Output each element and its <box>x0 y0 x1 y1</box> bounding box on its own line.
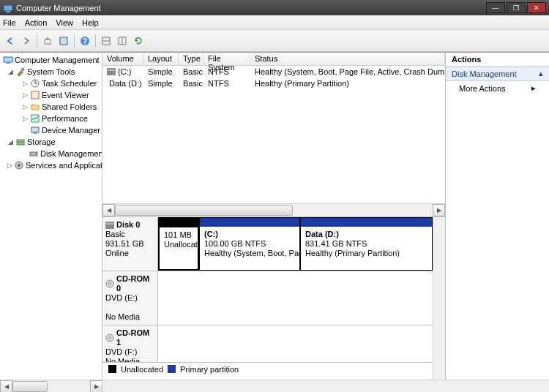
properties-button[interactable] <box>56 34 71 48</box>
svg-rect-0 <box>4 5 12 11</box>
clock-icon <box>30 78 40 88</box>
titlebar[interactable]: Computer Management — ❐ ✕ <box>0 0 549 15</box>
disk-row[interactable]: CD-ROM 1 DVD (F:) No Media <box>102 325 433 362</box>
expand-icon[interactable]: ◢ <box>7 138 14 146</box>
menu-help[interactable]: Help <box>82 18 99 27</box>
collapse-icon[interactable]: ▴ <box>539 69 543 78</box>
device-icon <box>30 125 40 135</box>
actions-header: Actions <box>446 53 549 67</box>
volume-row[interactable]: (C:) Simple Basic NTFS Healthy (System, … <box>102 66 445 78</box>
perf-icon <box>30 113 40 124</box>
disk-info[interactable]: CD-ROM 1 DVD (F:) No Media <box>102 325 158 362</box>
help-button[interactable]: ? <box>78 34 92 48</box>
svg-point-25 <box>109 283 111 285</box>
folder-icon <box>30 102 40 112</box>
event-icon <box>30 90 40 100</box>
disk-row[interactable]: Disk 0 Basic 931.51 GB Online 101 MBUnal… <box>102 217 433 271</box>
scroll-right-icon[interactable]: ▶ <box>433 204 445 216</box>
svg-point-27 <box>109 337 111 339</box>
disk-info[interactable]: Disk 0 Basic 931.51 GB Online <box>102 217 158 271</box>
navigation-tree[interactable]: Computer Management (Local) ◢ System Too… <box>0 53 102 380</box>
svg-rect-2 <box>45 39 51 44</box>
tree-system-tools[interactable]: ◢ System Tools <box>1 66 100 78</box>
main-panel: Volume Layout Type File System Status (C… <box>102 53 445 380</box>
col-type[interactable]: Type <box>179 53 203 65</box>
svg-rect-16 <box>31 127 39 132</box>
maximize-button[interactable]: ❐ <box>507 2 526 13</box>
svg-rect-1 <box>6 11 10 12</box>
storage-icon <box>15 137 26 147</box>
tree-event-viewer[interactable]: ▷Event Viewer <box>1 89 100 101</box>
svg-text:?: ? <box>83 37 87 45</box>
scroll-right-icon[interactable]: ▶ <box>90 380 102 393</box>
disk-graphical-view[interactable]: Disk 0 Basic 931.51 GB Online 101 MBUnal… <box>102 217 445 380</box>
partition-c[interactable]: (C:)100.00 GB NTFSHealthy (System, Boot,… <box>199 217 300 271</box>
legend: Unallocated Primary partition <box>102 362 433 375</box>
svg-rect-11 <box>6 62 10 64</box>
refresh-button[interactable] <box>131 34 146 48</box>
legend-swatch-unallocated <box>108 365 116 373</box>
partition-d[interactable]: Data (D:)831.41 GB NTFSHealthy (Primary … <box>300 217 433 271</box>
computer-management-window: Computer Management — ❐ ✕ File Action Vi… <box>0 0 549 392</box>
scroll-left-icon[interactable]: ◀ <box>0 380 12 393</box>
svg-rect-18 <box>17 140 24 142</box>
tree-device-manager[interactable]: ▷Device Manager <box>1 124 100 136</box>
back-button[interactable] <box>3 34 18 48</box>
cd-icon <box>105 279 114 288</box>
expand-icon[interactable]: ▷ <box>22 80 29 87</box>
menu-file[interactable]: File <box>3 18 16 27</box>
expand-icon[interactable]: ▷ <box>22 103 29 110</box>
tools-icon <box>15 67 26 77</box>
tree-shared-folders[interactable]: ▷Shared Folders <box>1 101 100 113</box>
scroll-thumb[interactable] <box>115 205 293 216</box>
forward-button[interactable] <box>19 34 34 48</box>
volume-list[interactable]: Volume Layout Type File System Status (C… <box>102 53 445 217</box>
svg-rect-14 <box>31 91 39 99</box>
disk-info[interactable]: CD-ROM 0 DVD (E:) No Media <box>102 271 158 325</box>
menu-action[interactable]: Action <box>25 18 48 27</box>
col-status[interactable]: Status <box>250 53 445 65</box>
disk-icon <box>29 148 39 159</box>
window-title: Computer Management <box>16 4 486 12</box>
legend-swatch-primary <box>168 365 176 373</box>
svg-rect-19 <box>17 143 24 145</box>
tree-task-scheduler[interactable]: ▷Task Scheduler <box>1 78 100 89</box>
scroll-left-icon[interactable]: ◀ <box>102 204 115 216</box>
svg-point-12 <box>21 68 25 72</box>
volume-header[interactable]: Volume Layout Type File System Status <box>102 53 445 66</box>
col-layout[interactable]: Layout <box>143 53 179 65</box>
menu-view[interactable]: View <box>56 18 73 27</box>
close-button[interactable]: ✕ <box>527 2 546 13</box>
svg-point-23 <box>18 164 20 167</box>
col-volume[interactable]: Volume <box>102 53 143 65</box>
expand-icon[interactable]: ◢ <box>7 68 14 75</box>
svg-rect-10 <box>4 57 12 62</box>
actions-more[interactable]: More Actions ▸ <box>446 81 549 95</box>
volume-row[interactable]: Data (D:) Simple Basic NTFS Healthy (Pri… <box>102 78 445 89</box>
computer-icon <box>3 55 13 65</box>
tree-hscrollbar[interactable]: ◀ ▶ <box>0 380 102 392</box>
volume-hscrollbar[interactable]: ◀ ▶ <box>102 203 445 216</box>
app-icon <box>3 3 13 13</box>
expand-icon[interactable]: ▷ <box>22 91 29 99</box>
svg-rect-3 <box>60 37 67 45</box>
svg-rect-17 <box>34 132 37 134</box>
up-button[interactable] <box>40 34 55 48</box>
tree-storage[interactable]: ◢ Storage <box>1 136 100 148</box>
view-button-2[interactable] <box>115 34 130 48</box>
col-fs[interactable]: File System <box>203 53 250 65</box>
disk-row[interactable]: CD-ROM 0 DVD (E:) No Media <box>102 271 433 325</box>
tree-services[interactable]: ▷ Services and Applications <box>1 159 100 171</box>
disk-vscrollbar[interactable] <box>433 217 445 380</box>
tree-performance[interactable]: ▷Performance <box>1 113 100 124</box>
actions-section[interactable]: Disk Management ▴ <box>446 67 549 81</box>
minimize-button[interactable]: — <box>486 2 505 13</box>
scroll-thumb[interactable] <box>12 381 48 392</box>
view-button-1[interactable] <box>99 34 113 48</box>
services-icon <box>14 160 24 170</box>
tree-root[interactable]: Computer Management (Local) <box>1 54 100 66</box>
expand-icon[interactable]: ▷ <box>22 115 29 122</box>
tree-disk-management[interactable]: ▷Disk Management <box>1 148 100 159</box>
partition-unallocated[interactable]: 101 MBUnallocated <box>158 217 199 271</box>
expand-icon[interactable]: ▷ <box>7 162 12 169</box>
